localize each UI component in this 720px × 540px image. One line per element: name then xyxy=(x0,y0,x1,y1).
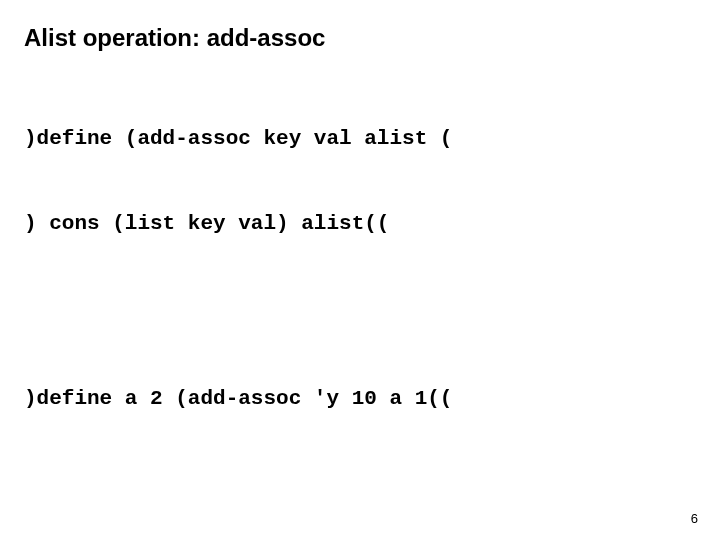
code-line: ) cons (list key val) alist(( xyxy=(24,210,696,238)
code-block-define-a2: )define a 2 (add-assoc 'y 10 a 1(( xyxy=(24,329,696,471)
slide: Alist operation: add-assoc )define (add-… xyxy=(0,0,720,540)
code-block-a2-eval: a 2 ==> ((y 10) (x 15) (y 20(( xyxy=(24,504,696,540)
slide-title: Alist operation: add-assoc xyxy=(24,24,696,52)
page-number: 6 xyxy=(691,511,698,526)
code-line: )define a 2 (add-assoc 'y 10 a 1(( xyxy=(24,385,696,413)
code-line: )define (add-assoc key val alist ( xyxy=(24,125,696,153)
code-block-define-add-assoc: )define (add-assoc key val alist ( ) con… xyxy=(24,68,696,295)
